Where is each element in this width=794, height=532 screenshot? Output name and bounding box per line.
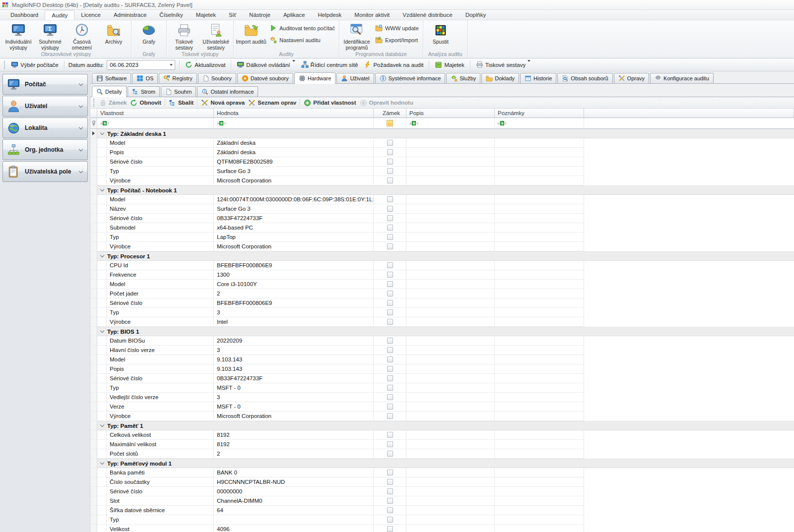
subtab-souhrn[interactable]: Souhrn	[161, 86, 196, 97]
sidebar-item-uzivatelska-pole[interactable]: Uživatelská pole	[2, 161, 88, 182]
collapse-chevron-icon[interactable]	[100, 131, 104, 135]
tab-os[interactable]: OS	[132, 73, 158, 83]
lock-checkbox[interactable]	[387, 347, 393, 353]
lock-checkbox[interactable]	[387, 159, 393, 165]
sidebar-item-pocitac[interactable]: Počítač	[2, 74, 88, 95]
table-row[interactable]: VýrobceMicrosoft Corporation	[90, 176, 794, 185]
collapse-chevron-icon[interactable]	[100, 253, 104, 257]
filter-pin-cell[interactable]	[90, 118, 97, 129]
table-row[interactable]: Sériové číslo0B33F47224733F	[90, 214, 794, 223]
lock-checkbox[interactable]	[387, 413, 393, 419]
table-row[interactable]: VýrobceIntel	[90, 317, 794, 327]
collapse-chevron-icon[interactable]	[100, 461, 104, 465]
menu-item-administrace[interactable]: Administrace	[107, 10, 153, 20]
group-row-typ-pocitac-notebook-1[interactable]: Typ: Počítač - Notebook 1	[90, 185, 794, 195]
tab-historie[interactable]: Historie	[520, 73, 556, 83]
grafy-button[interactable]: Grafy	[133, 21, 164, 45]
tab-hardware[interactable]: Hardware	[294, 72, 336, 84]
lock-checkbox[interactable]	[387, 404, 393, 410]
column-header-popis[interactable]: Popis	[406, 109, 495, 118]
table-row[interactable]: Frekvence1300	[90, 270, 794, 280]
collapse-chevron-icon[interactable]	[100, 329, 104, 333]
table-row[interactable]: Sériové číslo0B33F47224733F	[90, 374, 794, 383]
table-row[interactable]: ModelZákladní deska	[90, 138, 794, 148]
tab-datove-soubory[interactable]: Datové soubory	[237, 73, 293, 83]
www-update-button[interactable]: WWW update	[375, 24, 419, 32]
menu-item-majetek[interactable]: Majetek	[190, 10, 222, 20]
group-row-typ-bios-1[interactable]: Typ: BIOS 1	[90, 327, 794, 336]
lock-checkbox[interactable]	[387, 451, 393, 457]
column-header-hodnota[interactable]: Hodnota	[214, 109, 374, 118]
table-row[interactable]: Sériové číslo00000000	[90, 487, 794, 496]
vyber-pocitace-button[interactable]: Výběr počítače	[9, 60, 60, 69]
column-header-zamek[interactable]: Zámek	[374, 109, 406, 118]
menu-item-helpdesk[interactable]: Helpdesk	[311, 10, 348, 20]
menu-item-aplikace[interactable]: Aplikace	[277, 10, 311, 20]
filter-cell-poznamky[interactable]: abc	[495, 118, 584, 129]
sbalit-button[interactable]: Sbalit	[169, 99, 194, 107]
sidebar-item-lokalita[interactable]: Lokalita	[2, 118, 88, 138]
aktualizovat-button[interactable]: Aktualizovat	[184, 60, 227, 69]
tab-sluzby[interactable]: Služby	[446, 73, 480, 83]
pozadavek-na-audit-button[interactable]: Požadavek na audit	[362, 60, 425, 69]
majetek-button[interactable]: Majetek	[433, 60, 465, 69]
table-row[interactable]: Vedlejší číslo verze3	[90, 393, 794, 402]
lock-checkbox[interactable]	[387, 140, 393, 146]
table-row[interactable]: ModelCore i3-10100Y	[90, 280, 794, 289]
lock-checkbox[interactable]	[387, 291, 393, 296]
table-row[interactable]: Popis9.103.143	[90, 364, 794, 374]
lock-checkbox[interactable]	[387, 526, 393, 532]
menu-item-vzdalene-distribuce[interactable]: Vzdálené distribuce	[396, 10, 459, 20]
lock-checkbox[interactable]	[387, 319, 393, 325]
menu-item-licence[interactable]: Licence	[74, 10, 107, 20]
nova-oprava-button[interactable]: Nová oprava	[201, 99, 245, 107]
tiskove-sestavy-button[interactable]: Tiskové sestavy	[474, 60, 532, 69]
ridici-centrum-site-button[interactable]: Řídicí centrum sítě	[300, 60, 360, 69]
table-row[interactable]: TypMSFT - 0	[90, 383, 794, 393]
table-row[interactable]: Číslo součástkyH9CCNNNCPTALBR-NUD	[90, 477, 794, 487]
subtab-strom[interactable]: Strom	[128, 86, 160, 97]
lock-checkbox[interactable]	[387, 385, 393, 391]
collapse-chevron-icon[interactable]	[100, 187, 104, 191]
table-row[interactable]: Sériové čísloQTFM08FE2B002589	[90, 157, 794, 167]
lock-checkbox[interactable]	[387, 149, 393, 155]
table-row[interactable]: Velikost4096	[90, 525, 794, 532]
table-row[interactable]: Submodelx64-based PC	[90, 223, 794, 233]
sidebar-item-org-jednotka[interactable]: Org. jednotka	[2, 139, 88, 160]
filter-cell-zamek[interactable]	[374, 118, 406, 129]
table-row[interactable]: Počet jader2	[90, 289, 794, 298]
lock-checkbox[interactable]	[387, 470, 393, 475]
lock-checkbox[interactable]	[387, 375, 393, 381]
group-row-typ-pamet-1[interactable]: Typ: Paměť 1	[90, 421, 794, 430]
table-row[interactable]: Šířka datové sběrnice64	[90, 506, 794, 515]
table-row[interactable]: PopisZákladní deska	[90, 148, 794, 157]
menu-item-sit[interactable]: Síť	[222, 10, 243, 20]
menu-item-monitor-aktivit[interactable]: Monitor aktivit	[348, 10, 396, 20]
spustit-button[interactable]: Spustit	[425, 21, 456, 45]
audit-date-combobox[interactable]: 06.06.2023	[107, 60, 175, 70]
archivy-button[interactable]: Archivy	[98, 21, 129, 45]
tab-opravy[interactable]: Opravy	[614, 73, 649, 83]
table-row[interactable]: NázevSurface Go 3	[90, 204, 794, 214]
tab-registry[interactable]: Registry	[159, 73, 197, 83]
menu-item-audity[interactable]: Audity	[45, 10, 74, 20]
filter-cell-popis[interactable]: abc	[406, 118, 495, 129]
dalkove-ovladani-button[interactable]: Dálkové ovládání	[235, 60, 296, 69]
table-row[interactable]: Typ3	[90, 308, 794, 317]
lock-checkbox[interactable]	[387, 262, 393, 268]
tab-systemove-informace[interactable]: Systémové informace	[375, 73, 446, 83]
lock-checkbox[interactable]	[387, 498, 393, 504]
lock-checkbox[interactable]	[387, 441, 393, 447]
lock-checkbox[interactable]	[387, 338, 393, 344]
seznam-oprav-button[interactable]: Seznam oprav	[248, 99, 296, 107]
tab-soubory[interactable]: Soubory	[198, 73, 236, 83]
collapse-chevron-icon[interactable]	[100, 423, 104, 427]
uzivatelske-sestavy-button[interactable]: Uživatelské sestavy	[200, 21, 231, 51]
table-row[interactable]: VerzeMSFT - 0	[90, 402, 794, 412]
obnovit-button[interactable]: Obnovit	[130, 99, 161, 107]
lock-checkbox[interactable]	[387, 356, 393, 362]
group-row-typ-pametovy-modul-1[interactable]: Typ: Paměťový modul 1	[90, 459, 794, 468]
table-row[interactable]: CPU IdBFEBFBFF000806E9	[90, 261, 794, 270]
group-row-typ-procesor-1[interactable]: Typ: Procesor 1	[90, 251, 794, 261]
table-row[interactable]: SlotChannelA-DIMM0	[90, 496, 794, 506]
